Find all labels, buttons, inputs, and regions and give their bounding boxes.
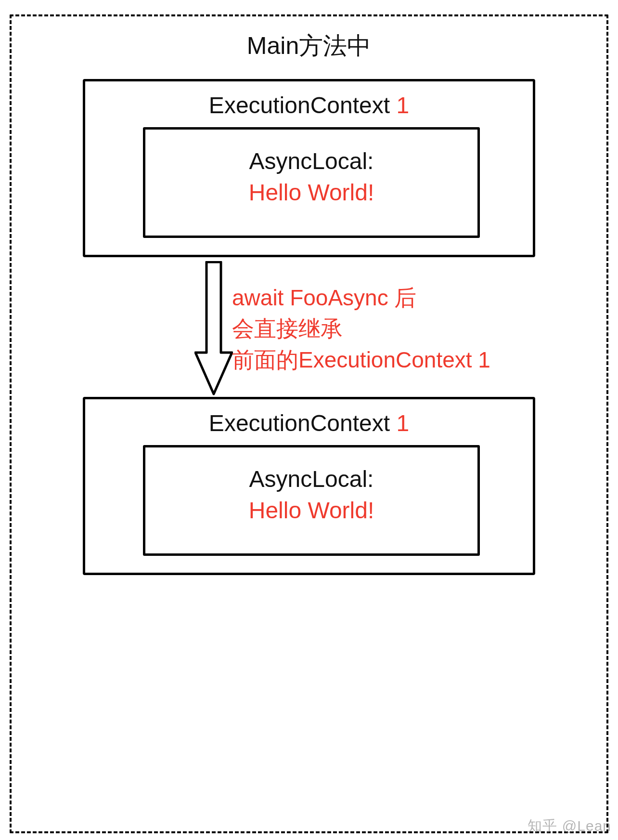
- watermark: 知乎 @Lean: [528, 816, 611, 836]
- main-method-container: Main方法中 ExecutionContext 1 AsyncLocal: H…: [10, 14, 608, 833]
- annotation-line-3: 前面的ExecutionContext 1: [232, 344, 490, 375]
- asynclocal-value-bottom: Hello World!: [145, 497, 477, 524]
- execution-context-box-top: ExecutionContext 1 AsyncLocal: Hello Wor…: [83, 79, 535, 257]
- context-title-prefix: ExecutionContext: [209, 92, 397, 118]
- context-title-prefix: ExecutionContext: [209, 410, 397, 436]
- asynclocal-box-bottom: AsyncLocal: Hello World!: [143, 445, 480, 556]
- execution-context-title-top: ExecutionContext 1: [85, 92, 533, 118]
- annotation-line-1: await FooAsync 后: [232, 282, 490, 313]
- asynclocal-box-top: AsyncLocal: Hello World!: [143, 127, 480, 238]
- context-title-number: 1: [396, 92, 409, 118]
- arrow-annotation: await FooAsync 后 会直接继承 前面的ExecutionConte…: [232, 282, 490, 375]
- execution-context-box-bottom: ExecutionContext 1 AsyncLocal: Hello Wor…: [83, 397, 535, 575]
- execution-context-title-bottom: ExecutionContext 1: [85, 410, 533, 436]
- inheritance-arrow-icon: [194, 261, 233, 396]
- main-method-title: Main方法中: [12, 30, 606, 62]
- context-title-number: 1: [396, 410, 409, 436]
- asynclocal-label-bottom: AsyncLocal:: [145, 466, 477, 492]
- asynclocal-label-top: AsyncLocal:: [145, 148, 477, 174]
- annotation-line-2: 会直接继承: [232, 313, 490, 344]
- asynclocal-value-top: Hello World!: [145, 179, 477, 206]
